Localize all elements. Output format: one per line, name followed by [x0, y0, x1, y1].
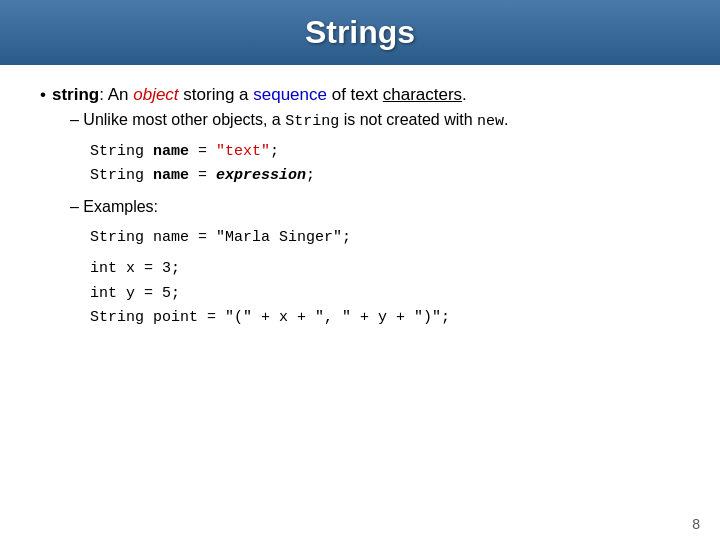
code-block-1: String name = "text"; String name = expr… [90, 140, 680, 188]
slide-header: Strings [0, 0, 720, 65]
code-eq-1: = [198, 143, 216, 160]
bullet-text3: of text [327, 85, 383, 104]
main-bullet: • string: An object storing a sequence o… [40, 85, 680, 105]
code-example-1-text: String name = "Marla Singer"; [90, 229, 351, 246]
slide-title: Strings [305, 14, 415, 50]
bullet-text: string: An object storing a sequence of … [52, 85, 467, 105]
keyword-object: object [133, 85, 178, 104]
code-ex2-line2: int y = 5; [90, 282, 680, 307]
code-name-2: name [153, 167, 189, 184]
code-semi-1: ; [270, 143, 279, 160]
keyword-string: string [52, 85, 99, 104]
sub-bullet-1-text2: is not created with [339, 111, 477, 128]
code-name-1: name [153, 143, 189, 160]
code-val-2: expression [216, 167, 306, 184]
code-eq-2: = [198, 167, 216, 184]
slide: Strings • string: An object storing a se… [0, 0, 720, 540]
bullet-text4: . [462, 85, 467, 104]
keyword-sequence: sequence [253, 85, 327, 104]
keyword-characters: characters [383, 85, 462, 104]
code-kw-String-1: String [90, 143, 144, 160]
code-new: new [477, 113, 504, 130]
code-line-1: String name = "text"; [90, 140, 680, 164]
code-example-1: String name = "Marla Singer"; [90, 226, 680, 251]
examples-section: Examples: String name = "Marla Singer"; … [40, 198, 680, 331]
code-val-1: "text" [216, 143, 270, 160]
examples-label: Examples: [83, 198, 158, 215]
sub-bullet-1: Unlike most other objects, a String is n… [70, 111, 680, 130]
sub-bullet-2: Examples: [70, 198, 680, 216]
bullet-text1: : An [99, 85, 133, 104]
code-String-1: String [285, 113, 339, 130]
slide-content: • string: An object storing a sequence o… [0, 65, 720, 512]
code-semi-2: ; [306, 167, 315, 184]
code-ex2-line3: String point = "(" + x + ", " + y + ")"; [90, 306, 680, 331]
page-number: 8 [0, 512, 720, 540]
bullet-text2: storing a [179, 85, 254, 104]
code-example-2: int x = 3; int y = 5; String point = "("… [90, 257, 680, 331]
sub-bullet-1-text3: . [504, 111, 508, 128]
code-ex2-line1: int x = 3; [90, 257, 680, 282]
code-kw-String-2: String [90, 167, 144, 184]
bullet-dot: • [40, 85, 46, 105]
sub-bullet-1-text1: Unlike most other objects, a [83, 111, 285, 128]
code-line-2: String name = expression; [90, 164, 680, 188]
